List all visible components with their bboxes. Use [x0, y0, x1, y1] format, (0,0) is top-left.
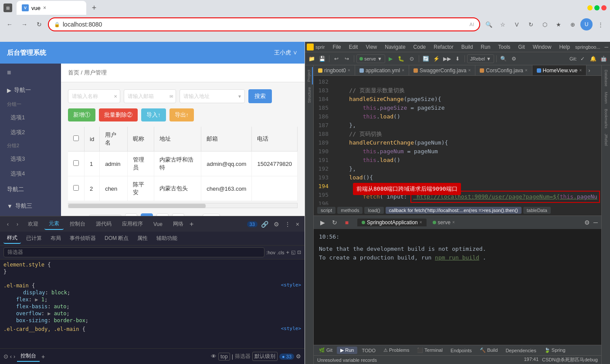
profile-icon[interactable]: U: [580, 18, 593, 30]
menu-build[interactable]: Build: [458, 43, 477, 51]
devtools-tab-network[interactable]: 网络: [169, 219, 188, 229]
devtools-subtab-a11y[interactable]: 辅助功能: [153, 233, 181, 243]
scrollbar-thumb[interactable]: [68, 204, 206, 208]
sidebar-nav3[interactable]: ▼ 导航三: [0, 198, 61, 214]
devtools-filter-input[interactable]: 筛选器: [3, 247, 264, 257]
run-settings-icon[interactable]: ⚙: [584, 219, 590, 226]
menu-git[interactable]: Git: [515, 43, 528, 51]
toolbar-redo-icon[interactable]: ↪: [342, 54, 352, 64]
search-button[interactable]: 搜索: [248, 89, 272, 103]
run-stop-icon[interactable]: ■: [342, 217, 352, 228]
tab-swagger-close[interactable]: ×: [468, 68, 471, 73]
script-tab-script[interactable]: script: [317, 207, 336, 214]
bookmark-icon[interactable]: ★: [552, 18, 565, 30]
filter-icon1[interactable]: ◱: [291, 249, 295, 255]
sidebar-nav2[interactable]: 导航二: [0, 181, 61, 198]
tab-homeview[interactable]: HomeView.vue ×: [532, 65, 587, 75]
run-tab-serve[interactable]: serve ×: [428, 219, 459, 226]
script-tab-tabledata[interactable]: tableData: [523, 207, 551, 214]
devtools-subtab-layout[interactable]: 布局: [47, 233, 64, 243]
devtools-tab-vue[interactable]: Vue: [149, 219, 167, 229]
row2-checkbox[interactable]: [68, 176, 85, 201]
devtools-add-tab-btn[interactable]: +: [190, 220, 193, 228]
devtools-subtab-events[interactable]: 事件侦听器: [66, 233, 99, 243]
devtools-toggle-icon[interactable]: ⊙: [3, 353, 8, 360]
ide-minimize-btn[interactable]: ─: [605, 44, 609, 50]
toolbar-icon4[interactable]: ⬇: [453, 54, 462, 64]
bottom-tab-problems[interactable]: ⚠ Problems: [380, 347, 413, 354]
console-level-select[interactable]: 默认级别: [252, 352, 278, 361]
toolbar-debug-btn[interactable]: 🐛: [396, 54, 406, 64]
devtools-settings-icon[interactable]: ⚙: [272, 220, 281, 229]
run-rerun-icon[interactable]: ↻: [329, 217, 340, 228]
script-tab-load[interactable]: load(): [364, 207, 383, 214]
import-btn[interactable]: 导入↑: [141, 108, 166, 121]
browser-active-tab[interactable]: V vue ×: [17, 1, 86, 15]
devtools-more-icon[interactable]: ⋮: [283, 220, 292, 229]
bottom-tab-spring[interactable]: 🍃 Spring: [541, 347, 569, 354]
new-tab-btn[interactable]: +: [88, 2, 100, 14]
devtools-link-icon[interactable]: 🔗: [259, 220, 270, 229]
script-tab-methods[interactable]: methods: [337, 207, 363, 214]
devtools-nav-fwd[interactable]: ›: [13, 220, 22, 229]
script-tab-callback[interactable]: callback for fetch('http://localhost:...…: [386, 207, 522, 214]
devtools-nav-prev-btn[interactable]: ‹: [10, 354, 12, 360]
filter-add-icon[interactable]: +: [286, 249, 289, 256]
toolbar-settings-icon[interactable]: ⚙: [509, 54, 519, 64]
jrebel-panel-label[interactable]: JRebel: [603, 131, 609, 148]
tab-swagger[interactable]: SwaggerConfig.java ×: [409, 65, 475, 75]
serve-close[interactable]: ×: [452, 220, 455, 225]
menu-refactor[interactable]: Refactor: [430, 43, 457, 51]
tab-cors[interactable]: CorsConfig.java ×: [475, 65, 532, 75]
devtools-console-add[interactable]: +: [41, 353, 45, 360]
devtools-console-tab[interactable]: 控制台: [17, 351, 40, 362]
star-icon[interactable]: ☆: [497, 18, 509, 30]
springboot-close[interactable]: ×: [420, 220, 422, 225]
export-btn[interactable]: 导出↑: [169, 108, 194, 121]
devtools-nav-next-btn[interactable]: ›: [14, 354, 15, 360]
sidebar-item4[interactable]: 选项4: [0, 166, 61, 181]
name-search-input[interactable]: 请输入名称 ✕: [68, 89, 120, 103]
toolbar-reload-icon[interactable]: 🔄: [421, 54, 431, 64]
toolbar-icon2[interactable]: ⚡: [432, 54, 441, 64]
tab-cors-close[interactable]: ×: [525, 68, 528, 73]
filter-hov-btn[interactable]: :hov: [266, 250, 275, 255]
filter-icon2[interactable]: ⊡: [297, 249, 301, 255]
run-minimize-icon[interactable]: ─: [593, 219, 598, 226]
bottom-tab-todo[interactable]: TODO: [358, 347, 379, 354]
close-btn[interactable]: [601, 5, 607, 10]
bottom-tab-build[interactable]: 🔨 Build: [476, 347, 502, 354]
batch-delete-btn[interactable]: 批量删除②: [99, 108, 138, 121]
style-ref1[interactable]: <style>: [281, 282, 301, 289]
table-scrollbar[interactable]: [68, 203, 298, 208]
project-panel-label[interactable]: Project: [306, 67, 313, 84]
filter-cls-btn[interactable]: .cls: [277, 250, 285, 255]
jrebel-dropdown[interactable]: JRebel ▼: [467, 54, 494, 63]
devtools-nav-back[interactable]: ‹: [3, 220, 12, 229]
devtools-subtab-computed[interactable]: 已计算: [23, 233, 45, 243]
database-panel-label[interactable]: Database: [603, 67, 609, 89]
devtools-subtab-props[interactable]: 属性: [134, 233, 151, 243]
forward-btn[interactable]: →: [18, 18, 30, 30]
email-search-input[interactable]: 请输入邮箱 ✉: [124, 89, 176, 103]
menu-toggle[interactable]: ≡: [0, 64, 61, 82]
new-btn[interactable]: 新增①: [68, 108, 95, 121]
bookmarks-panel-label[interactable]: Bookmarks: [603, 106, 609, 131]
build-link[interactable]: npm run build: [435, 254, 479, 261]
toolbar-notification-icon[interactable]: 🔔: [588, 54, 598, 64]
maven-panel-label[interactable]: Maven: [603, 89, 609, 106]
address-bar[interactable]: 🔒 localhost:8080 AI: [48, 17, 480, 31]
menu-view[interactable]: View: [362, 43, 380, 51]
run-play-icon[interactable]: ▶: [317, 217, 328, 228]
menu-icon[interactable]: ⋮: [594, 18, 607, 30]
console-eye-icon[interactable]: 👁: [211, 353, 217, 360]
minimize-btn[interactable]: [587, 5, 593, 10]
devtools-tab-elements[interactable]: 元素: [44, 218, 64, 230]
toolbar-coverage-btn[interactable]: ⊙: [407, 54, 417, 64]
bottom-tab-dependencies[interactable]: Dependencies: [502, 347, 539, 354]
menu-window[interactable]: Window: [529, 43, 555, 51]
menu-code[interactable]: Code: [410, 43, 430, 51]
console-settings-icon[interactable]: ⚙: [296, 353, 301, 360]
menu-help[interactable]: Help: [556, 43, 573, 51]
tab-homeview-close[interactable]: ×: [579, 68, 582, 73]
